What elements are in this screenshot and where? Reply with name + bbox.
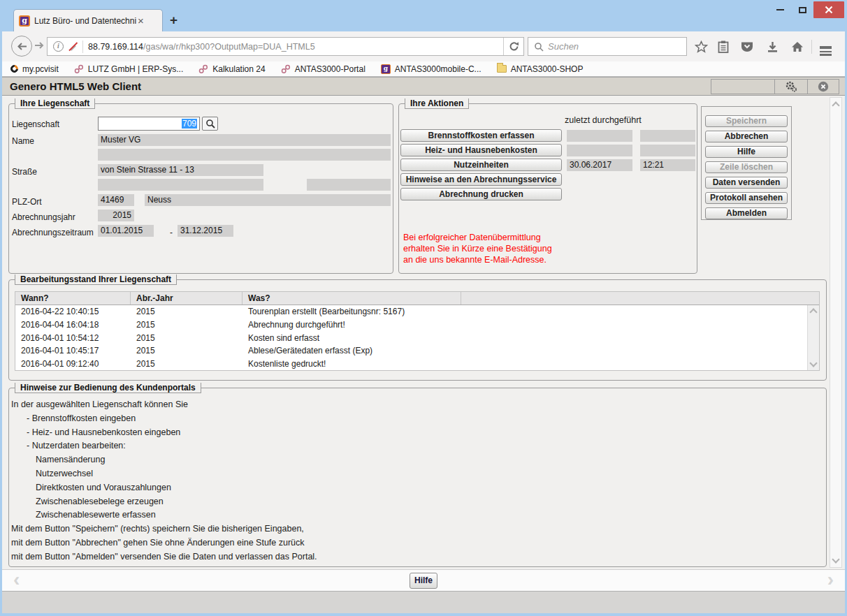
table-row[interactable]: 2016-04-04 16:04:18 2015 Abrechnung durc… <box>15 318 807 332</box>
cell-jahr: 2015 <box>131 332 242 345</box>
app-close-button[interactable] <box>807 80 839 94</box>
close-window-button[interactable] <box>813 1 844 18</box>
folder-icon <box>497 65 507 73</box>
new-tab-button[interactable]: + <box>170 13 178 28</box>
table-row[interactable]: 2016-04-22 10:40:15 2015 Tourenplan erst… <box>15 305 807 318</box>
settings-button[interactable] <box>774 80 807 94</box>
bookmark-item[interactable]: Kalkulation 24 <box>198 64 265 74</box>
zeitraum-bis-field: 31.12.2015 <box>178 225 233 237</box>
hint-line: - Nutzerdaten bearbeiten: <box>9 439 823 453</box>
scroll-up-icon[interactable] <box>809 308 817 316</box>
maximize-button[interactable] <box>791 1 813 18</box>
hinweise-text: In der ausgewählten Liegenschaft können … <box>9 398 823 564</box>
hint-line: Zwischenablesewerte erfassen <box>9 508 823 522</box>
minimize-button[interactable] <box>769 1 791 18</box>
bookmarks-menu-button[interactable] <box>715 40 732 54</box>
app-content: Ihre Liegenschaft Liegenschaft 709 Name … <box>2 96 845 569</box>
site-info-icon[interactable]: i <box>53 41 64 52</box>
liegenschaft-input[interactable]: 709 <box>98 117 200 131</box>
cell-jahr: 2015 <box>131 318 242 332</box>
abmelden-button[interactable]: Abmelden <box>705 207 788 219</box>
cell-jahr: 2015 <box>131 358 242 371</box>
download-icon <box>767 41 778 53</box>
liegenschaft-lookup-button[interactable] <box>202 117 218 131</box>
history-table-header: Wann? Abr.-Jahr Was? <box>15 292 819 305</box>
forward-arrow-icon <box>34 41 44 50</box>
cell-wann: 2016-04-22 10:40:15 <box>15 305 131 318</box>
abrechnungsjahr-label: Abrechnungsjahr <box>12 212 75 222</box>
hilfe-button[interactable]: Hilfe <box>705 146 788 158</box>
browser-tab[interactable]: g Lutz Büro- und Datentechnik × <box>13 9 163 31</box>
pocket-button[interactable] <box>739 40 755 54</box>
hinweise-legend: Hinweise zur Bedienung des Kundenportals <box>15 383 201 393</box>
menu-button[interactable] <box>817 40 834 54</box>
home-button[interactable] <box>789 40 806 54</box>
nutzeinheiten-button[interactable]: Nutzeinheiten <box>400 159 562 171</box>
protokoll-ansehen-button[interactable]: Protokoll ansehen <box>705 192 788 204</box>
blocked-content-icon[interactable] <box>68 41 78 52</box>
abrechnung-drucken-button[interactable]: Abrechnung drucken <box>400 188 562 200</box>
column-header-abrjahr[interactable]: Abr.-Jahr <box>131 292 242 305</box>
hint-line: mit dem Button "Abmelden" versenden Sie … <box>9 550 823 564</box>
notice-line: erhalten Sie in Kürze eine Bestätigung <box>403 243 552 254</box>
bookmark-item[interactable]: my.pcvisit <box>10 64 59 74</box>
reload-button[interactable] <box>503 38 523 55</box>
back-button[interactable] <box>11 36 32 57</box>
app-toolbar: Genero HTML5 Web Client <box>2 77 845 96</box>
bookmark-item[interactable]: ANTAS3000-Portal <box>281 64 365 74</box>
bookmark-item[interactable]: ANTAS3000-SHOP <box>497 64 584 74</box>
cell-was: Kosten sind erfasst <box>242 332 807 345</box>
notice-line: an die uns bekannte E-Mail-Adresse. <box>403 254 552 265</box>
abrechnungszeitraum-label: Abrechnungszeitraum <box>12 228 94 237</box>
cell-wann: 2016-04-01 10:45:17 <box>15 344 131 358</box>
footer-hilfe-button[interactable]: Hilfe <box>410 573 437 589</box>
magnifier-icon <box>205 119 215 129</box>
browser-navbar: i 88.79.169.114/gas/wa/r/hkp300?OutputMa… <box>2 31 845 61</box>
previous-page-icon[interactable]: ‹ <box>13 569 20 591</box>
forward-button[interactable] <box>34 41 44 52</box>
side-button-panel: Speichern Abbrechen Hilfe Zeile löschen … <box>701 106 792 220</box>
last-run-date-field <box>567 130 632 142</box>
brennstoffkosten-button[interactable]: Brennstoffkosten erfassen <box>400 129 562 142</box>
liegenschaft-value: 709 <box>182 119 197 129</box>
url-bar[interactable]: i 88.79.169.114/gas/wa/r/hkp300?OutputMa… <box>47 37 524 56</box>
next-page-icon[interactable]: › <box>827 569 834 591</box>
hinweise-abrechnungsservice-button[interactable]: Hinweise an den Abrechnungsservice <box>400 173 562 186</box>
ort-field: Neuss <box>145 194 391 206</box>
cell-jahr: 2015 <box>131 305 242 318</box>
downloads-button[interactable] <box>764 40 781 54</box>
toolbar-divider <box>811 40 812 54</box>
abbrechen-button[interactable]: Abbrechen <box>705 131 788 142</box>
strasse-label: Straße <box>12 167 37 177</box>
cell-wann: 2016-04-01 09:12:40 <box>15 358 131 371</box>
name-label: Name <box>12 136 34 146</box>
tab-close-icon[interactable]: × <box>138 16 144 26</box>
column-header-was[interactable]: Was? <box>242 292 461 305</box>
table-row[interactable]: 2016-04-01 10:54:12 2015 Kosten sind erf… <box>15 332 807 345</box>
menu-icon <box>820 46 832 48</box>
table-row[interactable]: 2016-04-01 09:12:40 2015 Kostenliste ged… <box>15 358 807 371</box>
column-header-wann[interactable]: Wann? <box>15 292 131 305</box>
search-bar[interactable] <box>528 37 687 56</box>
table-scrollbar[interactable] <box>807 305 819 370</box>
scroll-up-icon[interactable] <box>832 101 839 109</box>
table-row[interactable]: 2016-04-01 10:45:17 2015 Ablese/Geräteda… <box>15 344 807 358</box>
scroll-down-icon[interactable] <box>832 555 839 563</box>
daten-versenden-button[interactable]: Daten versenden <box>705 177 788 189</box>
close-icon <box>825 6 833 14</box>
bookmark-item[interactable]: LUTZ GmbH | ERP-Sys... <box>74 64 183 74</box>
zeitraum-von-field: 01.01.2015 <box>98 225 154 237</box>
scroll-down-icon[interactable] <box>809 359 817 367</box>
page-scrollbar[interactable] <box>830 97 842 568</box>
heiz-hausnebenkosten-button[interactable]: Heiz- und Hausnebenkosten <box>400 144 562 156</box>
chain-link-icon <box>281 64 291 74</box>
url-host: 88.79.169.114 <box>88 42 143 52</box>
bookmark-star-button[interactable] <box>693 40 709 54</box>
home-icon <box>791 41 804 52</box>
chain-link-icon <box>74 64 84 74</box>
strasse3-field <box>307 179 391 191</box>
search-input[interactable] <box>548 41 674 52</box>
notice-line: Bei erfolgreicher Datenübermittlung <box>403 232 552 243</box>
app-toolbar-buttons <box>711 79 839 94</box>
bookmark-item[interactable]: g ANTAS3000mobile-C... <box>381 64 482 74</box>
